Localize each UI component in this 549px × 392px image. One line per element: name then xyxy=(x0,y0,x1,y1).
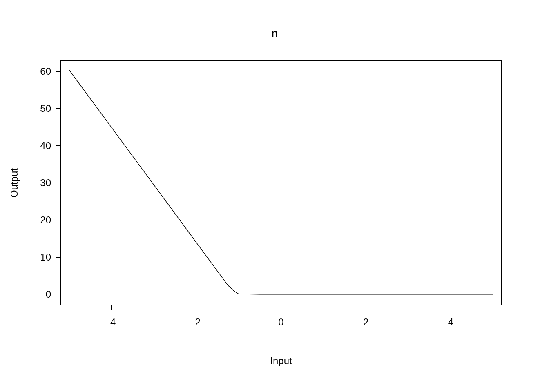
plot-svg xyxy=(60,60,502,305)
y-tick xyxy=(56,108,60,109)
y-axis-label: Output xyxy=(9,168,20,198)
y-tick xyxy=(56,71,60,72)
x-axis-label: Input xyxy=(270,355,292,367)
y-tick xyxy=(56,294,60,295)
y-tick xyxy=(56,183,60,183)
y-tick-label: 0 xyxy=(27,289,51,300)
x-tick xyxy=(451,305,451,310)
y-tick xyxy=(56,257,60,258)
y-tick-label: 40 xyxy=(27,140,51,151)
x-tick xyxy=(111,305,112,310)
y-tick xyxy=(56,145,60,146)
x-tick-label: 2 xyxy=(363,316,368,328)
chart-title: n xyxy=(0,27,549,40)
y-tick-label: 50 xyxy=(27,103,51,114)
x-tick-label: -4 xyxy=(107,316,116,328)
y-tick xyxy=(56,220,60,220)
chart-container: n Output Input -4-20240102030405060 xyxy=(0,0,549,392)
x-tick xyxy=(366,305,366,310)
y-tick-label: 20 xyxy=(27,214,51,226)
y-tick-label: 10 xyxy=(27,252,51,263)
y-tick-label: 60 xyxy=(27,66,51,77)
series-line xyxy=(69,70,493,294)
x-tick-label: 0 xyxy=(278,316,283,328)
x-tick-label: 4 xyxy=(448,316,453,328)
y-tick-label: 30 xyxy=(27,177,51,189)
x-tick xyxy=(196,305,197,310)
x-tick xyxy=(281,305,281,310)
x-tick-label: -2 xyxy=(192,316,201,328)
